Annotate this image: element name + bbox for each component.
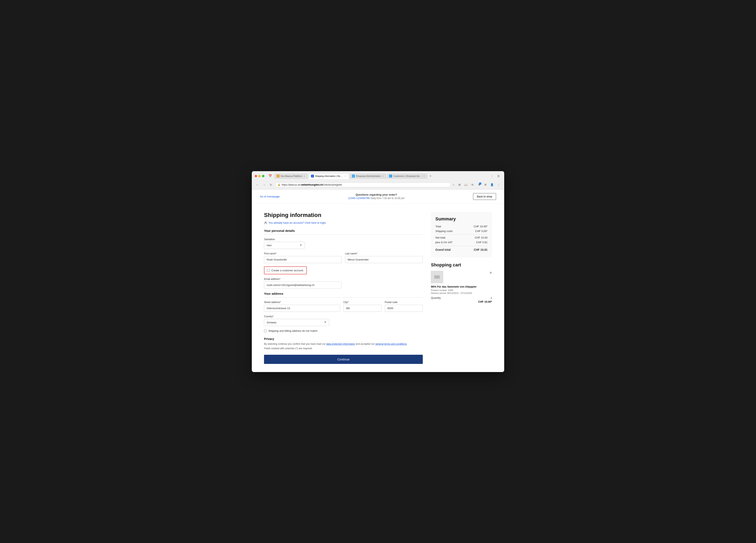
calendar-icon: 📅 xyxy=(268,174,272,178)
summary-shipping-label: Shipping costs xyxy=(435,230,453,233)
svg-point-0 xyxy=(265,222,266,223)
extensions-icon[interactable]: ⋮ xyxy=(489,173,495,179)
continue-button[interactable]: Continue xyxy=(264,355,423,364)
create-account-container[interactable]: Create a customer account. xyxy=(264,266,307,274)
url-display: https://abacus.sw.webwirkungdev.ch/check… xyxy=(282,183,342,186)
last-name-label: Last name* xyxy=(345,252,423,255)
delivery-period: 05/12/2024 – 07/12/2024 xyxy=(447,292,472,294)
person-icon xyxy=(264,221,267,224)
refresh-button[interactable]: ↻ xyxy=(268,182,273,187)
download-icon[interactable]: ⬇ 17 xyxy=(476,182,482,188)
tab-favicon-customers: C xyxy=(389,175,392,177)
settings-icon[interactable]: ⚙ xyxy=(483,182,488,188)
phone-hours-text: Daily from 7:30 am to 10:00 pm xyxy=(370,197,404,200)
first-name-label: First name* xyxy=(264,252,342,255)
cart-title: Shopping cart xyxy=(431,262,492,268)
country-group: Country* Schweiz Deutschland Österreich xyxy=(264,315,423,326)
tabs-bar: A Ihre Abacus-Plattform × S Shipping inf… xyxy=(274,173,487,179)
menu-icon[interactable]: ☰ xyxy=(496,173,501,179)
grand-total-value: CHF 10.81 xyxy=(474,248,488,251)
tab-shopware[interactable]: W Shopware Administration × xyxy=(350,173,387,179)
tab-close-customers[interactable]: × xyxy=(423,175,425,178)
browser-menu-icon[interactable]: ⋮ xyxy=(496,182,501,188)
tab-close-shopware[interactable]: × xyxy=(382,175,384,178)
first-name-input[interactable] xyxy=(264,256,342,263)
remove-item-button[interactable]: ✕ xyxy=(489,271,492,275)
quantity-value: 1 xyxy=(491,296,492,299)
page-content: Go to homepage Questions regarding your … xyxy=(252,189,504,372)
street-city-row: Street address* City* Postal code xyxy=(264,301,423,315)
product-thumbnail xyxy=(433,273,441,281)
summary-shipping-value: CHF 0.00* xyxy=(475,230,488,233)
cart-item: ✕ 96% Für das Sammeln von Altpapier P xyxy=(431,271,492,303)
cart-item-product-number: Product number: 0348 xyxy=(431,289,492,291)
page-body: Shipping information You already have an… xyxy=(256,204,500,372)
email-group: Email address* xyxy=(264,278,423,289)
lock-icon: 🔒 xyxy=(278,183,280,186)
shopping-cart: Shopping cart ✕ 96% Für das Sammeln von … xyxy=(431,262,492,303)
street-label: Street address* xyxy=(264,301,340,304)
extensions-bar-icon[interactable]: ⊞ xyxy=(457,182,462,188)
close-window-button[interactable] xyxy=(255,175,257,177)
postal-label: Postal code xyxy=(385,301,423,304)
traffic-lights xyxy=(255,175,264,177)
summary-row-shipping: Shipping costs CHF 0.00* xyxy=(435,230,488,233)
tab-favicon-shopware: W xyxy=(352,175,355,177)
tab-abacus[interactable]: A Ihre Abacus-Plattform × xyxy=(274,173,308,179)
privacy-link1[interactable]: data protection information xyxy=(326,343,355,345)
street-group: Street address* xyxy=(264,301,340,312)
city-input[interactable] xyxy=(343,305,381,312)
summary-vat-value: CHF 0.81 xyxy=(476,241,488,244)
back-to-shop-button[interactable]: Back to shop xyxy=(473,193,496,200)
bookmark-icon[interactable]: ☆ xyxy=(452,183,455,186)
salutation-label: Salutation xyxy=(264,238,423,241)
tab-shipping[interactable]: S Shipping information | Demostore × xyxy=(308,173,349,179)
tab-close-shipping[interactable]: × xyxy=(344,175,346,178)
back-button[interactable]: ← xyxy=(255,182,260,187)
salutation-group: Salutation Herr Frau Divers xyxy=(264,238,423,249)
street-input[interactable] xyxy=(264,305,340,312)
summary-vat-label: plus 8.1% VAT xyxy=(435,241,453,244)
create-account-label: Create a customer account. xyxy=(271,269,304,272)
email-input[interactable] xyxy=(264,281,341,289)
summary-title: Summary xyxy=(435,216,488,222)
cart-item-image xyxy=(431,271,443,283)
shipping-billing-checkbox[interactable] xyxy=(264,330,267,332)
country-label: Country* xyxy=(264,315,423,318)
reader-icon[interactable]: 📖 xyxy=(463,182,469,188)
go-homepage-link[interactable]: Go to homepage xyxy=(260,195,280,198)
svg-rect-4 xyxy=(439,276,439,278)
tab-close-abacus[interactable]: × xyxy=(303,175,306,178)
login-prompt[interactable]: You already have an account? Click here … xyxy=(264,221,423,224)
name-row: First name* Last name* xyxy=(264,252,423,266)
address-bar[interactable]: 🔒 https://abacus.sw.webwirkungdev.ch/che… xyxy=(275,182,451,187)
address-title: Your address xyxy=(264,292,423,298)
browser-titlebar: 📅 A Ihre Abacus-Plattform × S Shipping i… xyxy=(252,171,504,181)
browser-chrome: 📅 A Ihre Abacus-Plattform × S Shipping i… xyxy=(252,171,504,189)
grand-total-label: Grand total xyxy=(435,248,451,251)
required-note: Fields marked with asterisks (*) are req… xyxy=(264,347,423,350)
maximize-window-button[interactable] xyxy=(262,175,264,177)
postal-input[interactable] xyxy=(385,305,423,312)
privacy-title: Privacy xyxy=(264,337,423,340)
form-section: Shipping information You already have an… xyxy=(264,212,423,364)
tab-label-customers: Customers | Shopware Admini... xyxy=(393,175,422,177)
tab-customers[interactable]: C Customers | Shopware Admini... × xyxy=(387,173,427,179)
tab-label-abacus: Ihre Abacus-Plattform xyxy=(281,175,302,177)
profile-icon[interactable]: N xyxy=(470,182,475,188)
last-name-input[interactable] xyxy=(345,256,423,263)
user-circle-icon[interactable]: 👤 xyxy=(489,182,495,188)
new-tab-button[interactable]: + xyxy=(428,173,433,179)
create-account-checkbox[interactable] xyxy=(267,269,270,272)
summary-net-value: CHF 10.00 xyxy=(475,236,488,239)
summary-net-label: Net total xyxy=(435,236,445,239)
minimize-window-button[interactable] xyxy=(258,175,261,177)
salutation-select[interactable]: Herr Frau Divers xyxy=(264,242,305,249)
browser-right-icons: ⊞ 📖 N ⬇ 17 ⚙ 👤 ⋮ xyxy=(457,182,501,188)
privacy-link2[interactable]: general terms and conditions xyxy=(375,343,407,345)
browser-window: 📅 A Ihre Abacus-Plattform × S Shipping i… xyxy=(252,171,504,372)
country-select[interactable]: Schweiz Deutschland Österreich xyxy=(264,319,329,326)
quantity-label: Quantity xyxy=(431,296,441,299)
phone-number[interactable]: 12345-123456789 xyxy=(348,197,370,200)
forward-button[interactable]: → xyxy=(262,182,267,187)
